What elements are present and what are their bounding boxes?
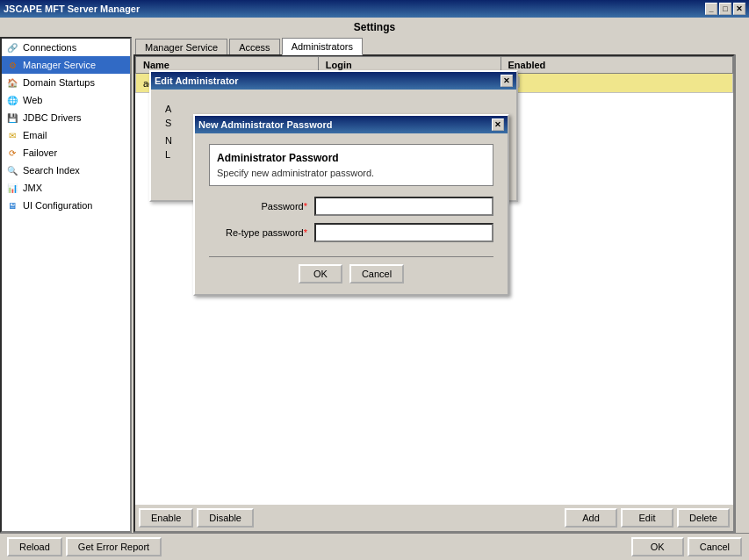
pwd-dialog-body: Administrator Password Specify new admin… [195,133,508,294]
sidebar-item-jmx[interactable]: 📊 JMX [2,179,130,197]
scrollbar[interactable] [735,54,749,533]
bottom-buttons: Enable Disable Add Edit Delete [135,505,733,531]
pwd-dialog: New Administrator Password ✕ Administrat… [193,114,509,296]
retype-label: Re-type password* [209,227,314,238]
edit-dialog-close[interactable]: ✕ [501,75,513,87]
tab-administrators[interactable]: Administrators [282,38,363,55]
sidebar-item-domain-startups[interactable]: 🏠 Domain Startups [2,74,130,91]
connections-icon: 🔗 [5,40,19,54]
sidebar-item-ui-configuration[interactable]: 🖥 UI Configuration [2,197,130,214]
password-label: Password* [209,201,314,212]
jmx-icon: 📊 [5,181,19,195]
col-enabled: Enabled [501,57,733,74]
edit-dialog-title: Edit Administrator ✕ [151,72,516,90]
retype-row: Re-type password* [209,223,493,242]
web-icon: 🌐 [5,93,19,107]
pwd-cancel-button[interactable]: Cancel [349,264,404,284]
get-error-report-button[interactable]: Get Error Report [66,537,162,556]
disable-button[interactable]: Disable [197,508,254,528]
close-button[interactable]: ✕ [733,3,745,15]
tab-bar: Manager Service Access Administrators [133,37,749,54]
retype-required: * [304,227,307,238]
sidebar-item-manager-service[interactable]: ⚙ Manager Service [2,56,130,74]
footer-left: Reload Get Error Report [7,537,162,556]
window-title: JSCAPE MFT Server Manager [4,4,140,14]
edit-admin-label: A [165,104,502,114]
reload-button[interactable]: Reload [7,537,62,556]
ok-button[interactable]: OK [631,537,684,556]
minimize-button[interactable]: _ [705,3,717,15]
jdbc-icon: 💾 [5,111,19,125]
title-bar: JSCAPE MFT Server Manager _ □ ✕ [0,0,749,18]
enable-button[interactable]: Enable [139,508,193,528]
sidebar-item-search-index[interactable]: 🔍 Search Index [2,162,130,179]
footer-right: OK Cancel [631,537,742,556]
password-required: * [304,201,307,212]
pwd-header-title: Administrator Password [217,152,486,164]
delete-button[interactable]: Delete [677,508,730,528]
add-button[interactable]: Add [565,508,617,528]
sidebar-item-connections[interactable]: 🔗 Connections [2,39,130,56]
bottom-buttons-right: Add Edit Delete [565,508,730,528]
window-controls: _ □ ✕ [705,3,745,15]
retype-input[interactable] [314,223,493,242]
bottom-buttons-left: Enable Disable [139,508,254,528]
sidebar-item-failover[interactable]: ⟳ Failover [2,144,130,162]
pwd-header: Administrator Password Specify new admin… [209,144,493,186]
ui-config-icon: 🖥 [5,198,19,212]
main-window: JSCAPE MFT Server Manager _ □ ✕ Settings… [0,0,749,560]
email-icon: ✉ [5,128,19,142]
sidebar-item-web[interactable]: 🌐 Web [2,91,130,109]
pwd-header-desc: Specify new administrator password. [217,168,486,178]
sidebar: 🔗 Connections ⚙ Manager Service 🏠 Domain… [0,37,132,533]
tab-access[interactable]: Access [229,39,279,55]
cell-enabled [501,74,733,93]
maximize-button[interactable]: □ [719,3,731,15]
pwd-dialog-title: New Administrator Password ✕ [195,116,508,133]
password-input[interactable] [314,197,493,216]
cancel-button[interactable]: Cancel [688,537,742,556]
sidebar-item-jdbc-drivers[interactable]: 💾 JDBC Drivers [2,109,130,126]
footer-btn-area: Reload Get Error Report OK Cancel [7,537,742,556]
domain-startups-icon: 🏠 [5,75,19,90]
password-row: Password* [209,197,493,216]
manager-service-icon: ⚙ [5,58,19,72]
pwd-buttons: OK Cancel [209,256,493,284]
footer: Reload Get Error Report OK Cancel [0,533,749,560]
settings-title: Settings [0,18,749,37]
search-icon: 🔍 [5,163,19,177]
pwd-ok-button[interactable]: OK [299,264,342,284]
sidebar-item-email[interactable]: ✉ Email [2,126,130,144]
tab-manager-service[interactable]: Manager Service [135,39,227,55]
failover-icon: ⟳ [5,146,19,160]
edit-button[interactable]: Edit [621,508,673,528]
pwd-dialog-close[interactable]: ✕ [492,118,504,131]
